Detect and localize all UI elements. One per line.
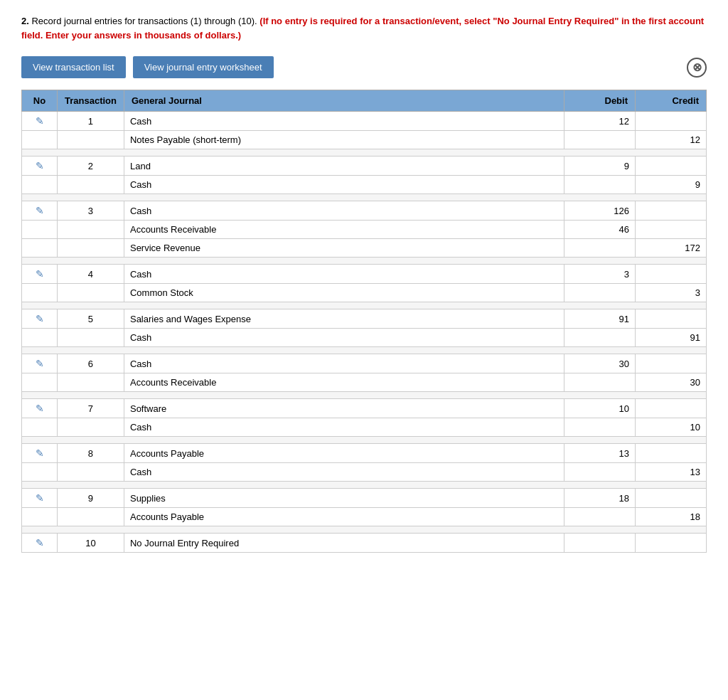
spacer-row (22, 347, 707, 354)
edit-cell: ✎ (22, 309, 58, 329)
transaction-number (58, 373, 124, 392)
transaction-number (58, 176, 124, 194)
debit-value: 3 (564, 265, 636, 284)
spacer-row (22, 149, 707, 157)
edit-cell (22, 221, 58, 239)
spacer-row (22, 437, 707, 444)
transaction-number (58, 131, 124, 149)
table-row: ✎2Land9 (22, 157, 707, 176)
close-button[interactable]: ⊗ (687, 58, 707, 78)
transaction-number: 7 (58, 399, 124, 418)
edit-icon[interactable]: ✎ (36, 268, 44, 280)
table-row: ✎7Software10 (22, 399, 707, 418)
edit-cell: ✎ (22, 444, 58, 463)
edit-cell: ✎ (22, 201, 58, 221)
edit-icon[interactable]: ✎ (36, 313, 44, 324)
debit-value: 30 (564, 354, 636, 373)
table-row: Notes Payable (short-term)12 (22, 131, 707, 149)
transaction-number (58, 239, 124, 258)
account-name: No Journal Entry Required (124, 534, 564, 553)
credit-value (636, 399, 707, 418)
account-name: Land (124, 157, 564, 176)
debit-value: 91 (564, 309, 636, 329)
spacer-row (22, 526, 707, 534)
edit-icon[interactable]: ✎ (36, 403, 44, 414)
account-name: Supplies (124, 489, 564, 508)
transaction-number (58, 463, 124, 482)
edit-cell (22, 508, 58, 526)
button-row: View transaction list View journal entry… (21, 56, 707, 78)
account-name: Salaries and Wages Expense (124, 309, 564, 329)
debit-value (564, 329, 636, 347)
account-name: Accounts Payable (124, 444, 564, 463)
edit-cell (22, 239, 58, 258)
account-name: Software (124, 399, 564, 418)
table-row: ✎4Cash3 (22, 265, 707, 284)
transaction-number: 1 (58, 112, 124, 131)
instruction-text: Record journal entries for transactions … (21, 16, 704, 41)
header-credit: Credit (636, 90, 707, 112)
credit-value: 30 (636, 373, 707, 392)
edit-cell (22, 284, 58, 302)
edit-icon[interactable]: ✎ (36, 537, 44, 548)
account-name: Common Stock (124, 284, 564, 302)
account-name: Cash (124, 329, 564, 347)
credit-value (636, 112, 707, 131)
table-row: Cash10 (22, 418, 707, 437)
spacer-row (22, 194, 707, 201)
transaction-number (58, 329, 124, 347)
edit-icon[interactable]: ✎ (36, 447, 44, 459)
transaction-number: 3 (58, 201, 124, 221)
credit-value (636, 354, 707, 373)
edit-icon[interactable]: ✎ (36, 492, 44, 504)
credit-value: 9 (636, 176, 707, 194)
account-name: Cash (124, 418, 564, 437)
edit-icon[interactable]: ✎ (36, 115, 44, 127)
debit-value (564, 418, 636, 437)
debit-value (564, 373, 636, 392)
account-name: Cash (124, 201, 564, 221)
header-transaction: Transaction (58, 90, 124, 112)
credit-value (636, 309, 707, 329)
table-row: Common Stock3 (22, 284, 707, 302)
edit-cell: ✎ (22, 112, 58, 131)
debit-value: 9 (564, 157, 636, 176)
journal-table: No Transaction General Journal Debit Cre… (21, 90, 707, 553)
edit-icon[interactable]: ✎ (36, 160, 44, 171)
spacer-row (22, 258, 707, 265)
debit-value: 13 (564, 444, 636, 463)
instruction-block: 2. Record journal entries for transactio… (21, 14, 707, 42)
debit-value (564, 508, 636, 526)
edit-cell: ✎ (22, 157, 58, 176)
view-transaction-list-button[interactable]: View transaction list (21, 56, 126, 78)
edit-cell (22, 176, 58, 194)
account-name: Notes Payable (short-term) (124, 131, 564, 149)
table-header-row: No Transaction General Journal Debit Cre… (22, 90, 707, 112)
header-no: No (22, 90, 58, 112)
credit-value (636, 534, 707, 553)
credit-value (636, 265, 707, 284)
transaction-number: 10 (58, 534, 124, 553)
table-row: Cash9 (22, 176, 707, 194)
spacer-row (22, 302, 707, 309)
credit-value: 13 (636, 463, 707, 482)
view-journal-entry-worksheet-button[interactable]: View journal entry worksheet (133, 56, 274, 78)
credit-value: 12 (636, 131, 707, 149)
edit-cell (22, 329, 58, 347)
table-row: ✎6Cash30 (22, 354, 707, 373)
table-row: Cash91 (22, 329, 707, 347)
edit-icon[interactable]: ✎ (36, 205, 44, 216)
account-name: Accounts Receivable (124, 373, 564, 392)
debit-value (564, 176, 636, 194)
debit-value (564, 534, 636, 553)
credit-value (636, 444, 707, 463)
table-row: ✎3Cash126 (22, 201, 707, 221)
transaction-number: 4 (58, 265, 124, 284)
credit-value (636, 157, 707, 176)
edit-icon[interactable]: ✎ (36, 358, 44, 369)
table-row: ✎1Cash12 (22, 112, 707, 131)
edit-cell: ✎ (22, 489, 58, 508)
spacer-row (22, 482, 707, 489)
account-name: Accounts Payable (124, 508, 564, 526)
debit-value (564, 131, 636, 149)
